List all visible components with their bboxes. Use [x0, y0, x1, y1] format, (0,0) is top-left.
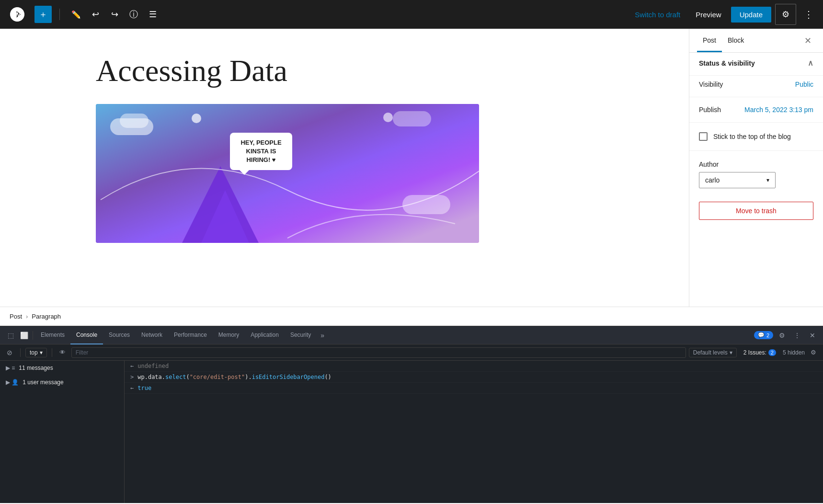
- code-paren-2: ).: [245, 374, 251, 380]
- breadcrumb-bar: Post › Paragraph: [0, 307, 823, 326]
- eye-icon: 👁: [59, 349, 66, 356]
- person-icon: ▶ 👤: [6, 379, 19, 386]
- undo-button[interactable]: ↩: [87, 6, 104, 23]
- devtools-inspect-button[interactable]: ⬚: [4, 329, 17, 342]
- author-label: Author: [699, 160, 813, 168]
- divider-2: [689, 122, 823, 123]
- list-bullet-icon: ▶ ≡: [6, 365, 15, 371]
- figure-2: [383, 113, 393, 122]
- editor-area[interactable]: Accessing Data HEY, PEOPLE KINSTA IS HIR…: [0, 29, 689, 307]
- devtools-device-button[interactable]: ⬜: [17, 329, 31, 342]
- edit-tool-button[interactable]: ✏️: [68, 6, 85, 23]
- console-output-1: undefined: [137, 363, 817, 369]
- tab-memory[interactable]: Memory: [213, 326, 245, 344]
- console-gear-button[interactable]: ⚙: [808, 347, 819, 358]
- close-icon: ✕: [804, 36, 812, 46]
- top-bar-right: Switch to draft Preview Update ⚙ ⋮: [629, 4, 817, 25]
- top-context-selector[interactable]: top ▾: [25, 348, 47, 357]
- devtools-close-button[interactable]: ✕: [806, 329, 819, 342]
- dropdown-arrow-icon: ▾: [40, 349, 43, 356]
- author-select-value: carlo: [705, 176, 720, 184]
- devtools-issues-badge[interactable]: 💬 2: [754, 331, 773, 339]
- publish-row: Publish March 5, 2022 3:13 pm: [689, 101, 823, 118]
- tab-security[interactable]: Security: [285, 326, 317, 344]
- devtools-settings-button[interactable]: ⚙: [775, 329, 789, 342]
- more-options-button[interactable]: ⋮: [800, 6, 817, 23]
- dt-separator-3: [52, 348, 52, 357]
- code-string: "core/edit-post": [190, 374, 245, 380]
- post-title: Accessing Data: [96, 53, 641, 90]
- wp-logo[interactable]: W: [6, 0, 29, 29]
- tab-post[interactable]: Post: [697, 29, 722, 52]
- cloud-4: [393, 111, 431, 126]
- update-button[interactable]: Update: [731, 7, 771, 23]
- settings-icon: ⚙: [779, 332, 785, 339]
- console-line-3: ← true: [125, 383, 823, 394]
- user-message-item[interactable]: ▶ 👤 1 user message: [0, 375, 124, 389]
- settings-button[interactable]: ⚙: [775, 4, 796, 25]
- device-icon: ⬜: [20, 332, 28, 339]
- tab-sources[interactable]: Sources: [103, 326, 136, 344]
- redo-button[interactable]: ↪: [106, 6, 123, 23]
- visibility-value[interactable]: Public: [795, 80, 813, 88]
- preview-button[interactable]: Preview: [690, 8, 727, 22]
- cloud-2: [120, 114, 149, 128]
- chevron-up-icon[interactable]: ∧: [808, 58, 813, 68]
- stick-to-top-label: Stick to the top of the blog: [713, 133, 791, 140]
- tab-performance[interactable]: Performance: [168, 326, 213, 344]
- redo-icon: ↪: [111, 9, 118, 20]
- sidebar-tabs: Post Block ✕: [689, 29, 823, 53]
- dt-separator-1: [33, 331, 33, 340]
- levels-dropdown-icon: ▾: [730, 349, 732, 356]
- sidebar-close-button[interactable]: ✕: [800, 32, 815, 50]
- add-block-button[interactable]: ＋: [34, 6, 52, 23]
- stick-to-top-row: Stick to the top of the blog: [689, 126, 823, 147]
- gear-icon: ⚙: [782, 9, 789, 20]
- devtools-more-button[interactable]: ⋮: [790, 329, 804, 342]
- code-select: select: [165, 374, 186, 380]
- stick-to-top-checkbox[interactable]: [699, 132, 708, 141]
- devtools-more-tabs[interactable]: »: [317, 332, 328, 339]
- list-view-button[interactable]: ☰: [144, 6, 161, 23]
- author-select[interactable]: carlo ▾: [699, 172, 776, 188]
- code-wp-data: wp.data.: [137, 374, 165, 380]
- move-to-trash-button[interactable]: Move to trash: [699, 202, 813, 220]
- top-bar: W ＋ ✏️ ↩ ↪ ⓘ ☰ S: [0, 0, 823, 29]
- shape-2: [201, 190, 249, 243]
- devtools-tabs: ⬚ ⬜ Elements Console Sources Network Per…: [0, 326, 823, 344]
- editor-sidebar-row: Accessing Data HEY, PEOPLE KINSTA IS HIR…: [0, 29, 823, 307]
- issues-counter[interactable]: 2 Issues: 2: [740, 348, 780, 357]
- tab-elements[interactable]: Elements: [35, 326, 70, 344]
- tab-block[interactable]: Block: [722, 29, 750, 52]
- figure-1: [192, 114, 201, 123]
- publish-value[interactable]: March 5, 2022 3:13 pm: [744, 106, 813, 114]
- tab-application[interactable]: Application: [245, 326, 285, 344]
- console-messages-panel: ▶ ≡ 11 messages ▶ 👤 1 user message: [0, 361, 125, 503]
- console-line-1: ← undefined: [125, 361, 823, 372]
- console-output-3: true: [137, 385, 817, 391]
- message-icon: 💬: [758, 332, 765, 338]
- status-visibility-section: Status & visibility ∧: [689, 53, 823, 76]
- undo-icon: ↩: [92, 9, 99, 20]
- pencil-icon: ✏️: [71, 10, 81, 19]
- post-sidebar: Post Block ✕ Status & visibility ∧ Visib…: [689, 29, 823, 307]
- messages-count-label: 11 messages: [19, 365, 53, 371]
- details-button[interactable]: ⓘ: [125, 6, 142, 23]
- close-devtools-icon: ✕: [810, 332, 815, 339]
- visibility-row: Visibility Public: [689, 76, 823, 93]
- tab-network[interactable]: Network: [136, 326, 168, 344]
- breadcrumb-post[interactable]: Post: [10, 313, 22, 320]
- issues-badge-count: 2: [766, 332, 769, 338]
- cursor-icon: ⬚: [8, 332, 14, 339]
- console-output[interactable]: ← undefined > wp.data.select("core/edit-…: [125, 361, 823, 503]
- log-levels-selector[interactable]: Default levels ▾: [689, 348, 737, 357]
- devtools-console-toolbar: ⊘ top ▾ 👁 Default levels ▾ 2 Issues: 2 5…: [0, 344, 823, 361]
- console-clear-button[interactable]: ⊘: [4, 347, 15, 358]
- tab-console[interactable]: Console: [70, 326, 103, 344]
- messages-item[interactable]: ▶ ≡ 11 messages: [0, 361, 124, 375]
- console-filter-input[interactable]: [71, 347, 686, 358]
- console-tab-label: Console: [76, 332, 97, 338]
- switch-to-draft-button[interactable]: Switch to draft: [629, 8, 686, 22]
- console-eye-button[interactable]: 👁: [57, 347, 69, 358]
- dt-separator-2: [20, 348, 21, 357]
